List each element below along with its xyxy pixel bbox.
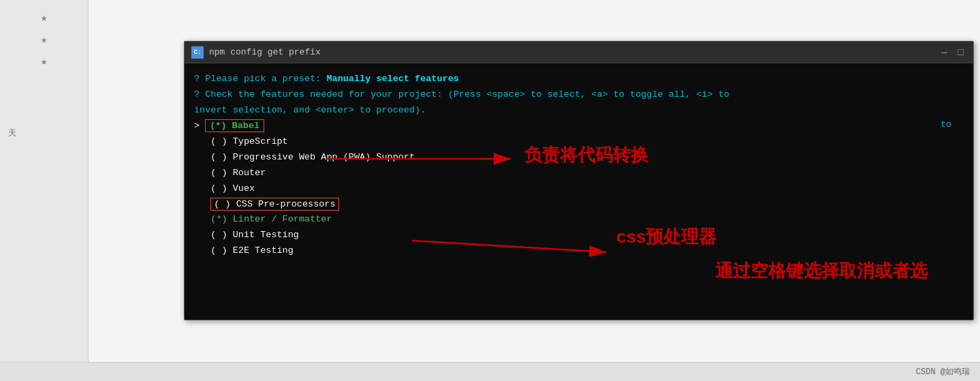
enter-key: <enter>: [315, 105, 354, 115]
to-text: to: [941, 119, 951, 129]
space-annotation: 通过空格键选择取消或者选: [715, 259, 928, 283]
line-babel: > (*) Babel: [194, 119, 964, 134]
terminal-titlebar: C: npm config get prefix — □: [185, 42, 973, 63]
router-check: ( ) Router: [194, 168, 266, 178]
babel-annotation: 负责将代码转换: [524, 143, 648, 167]
e2e-check: ( ) E2E Testing: [194, 245, 294, 256]
css-prefix: [194, 199, 210, 209]
line-linter: (*) Linter / Formatter: [194, 212, 964, 228]
main-content: C: npm config get prefix — □ ? Please pi…: [89, 0, 980, 381]
line-invert: invert selection, and <enter> to proceed…: [194, 103, 964, 119]
maximize-button[interactable]: □: [955, 47, 966, 58]
line-e2e: ( ) E2E Testing: [194, 243, 964, 259]
sidebar: ★ ★ ★ 天: [0, 0, 89, 381]
sidebar-icon-3: ★: [37, 55, 51, 68]
check-i-key: <i>: [696, 89, 712, 100]
linter-check: (*) Linter / Formatter: [194, 214, 332, 224]
preset-value: Manually select features: [326, 74, 458, 84]
pwa-check: ( ) Progressive Web App (PWA) Support: [194, 152, 415, 162]
babel-arrow: >: [194, 121, 205, 131]
line-css: ( ) CSS Pre-processors: [194, 197, 964, 213]
invert-text: invert selection, and: [194, 105, 315, 115]
bottom-bar: CSDN @如鸣瑞: [0, 362, 980, 381]
vuex-check: ( ) Vuex: [194, 183, 255, 194]
terminal-controls: — □: [938, 47, 966, 58]
line-vuex: ( ) Vuex: [194, 181, 964, 197]
preset-question: ? Please pick a preset:: [194, 74, 326, 84]
bottom-text: CSDN @如鸣瑞: [916, 366, 970, 378]
check-question: ? Check the features needed for your pro…: [194, 89, 486, 100]
css-selected: ( ) CSS Pre-processors: [210, 198, 338, 211]
minimize-button[interactable]: —: [938, 47, 949, 58]
check-toggle: to toggle all,: [608, 89, 697, 100]
proceed-text: to proceed).: [354, 105, 426, 115]
unit-check: ( ) Unit Testing: [194, 230, 299, 240]
check-a-key: <a>: [591, 89, 607, 100]
terminal-title: npm config get prefix: [209, 47, 938, 57]
typescript-check: ( ) TypeScript: [194, 136, 288, 147]
terminal-icon: C:: [191, 46, 204, 59]
css-annotation: css预处理器: [616, 225, 716, 249]
line-check: ? Check the features needed for your pro…: [194, 87, 964, 103]
babel-selected: (*) Babel: [205, 119, 264, 132]
sidebar-icon-2: ★: [37, 33, 51, 46]
check-to-select: to select,: [525, 89, 591, 100]
sidebar-icon-1: ★: [37, 11, 51, 25]
check-space-key: <space>: [486, 89, 525, 100]
line-router: ( ) Router: [194, 166, 964, 181]
line-unit: ( ) Unit Testing: [194, 228, 964, 243]
line-preset: ? Please pick a preset: Manually select …: [194, 72, 964, 87]
check-to: to: [713, 89, 729, 100]
